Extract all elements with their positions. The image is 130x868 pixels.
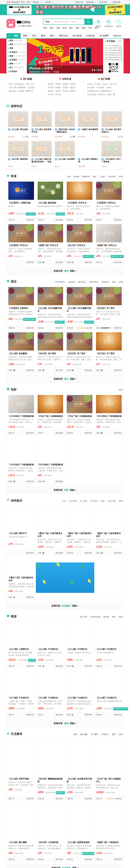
hot-link[interactable]: 之心城 [94, 83, 100, 85]
deal-card[interactable]: 演示图片【之心城】格林豪泰仅售184元！价值189元的格林豪泰酒店标间入住1晚，… [7, 331, 36, 373]
hot-link[interactable]: 长丰县 [48, 93, 54, 95]
deal-card[interactable]: 演示图片【万达广场】正鼎国际影城仅售30元！价值70元的电影票1张，可观看2D/… [36, 393, 65, 436]
hot-link[interactable]: 白水坝 [102, 83, 107, 85]
news-item[interactable]: [特惠] 演示助销灵宝SOD苹果 [104, 54, 122, 56]
tab-KTV[interactable]: KTV [61, 500, 68, 502]
hot-link[interactable]: 主题酒店 [27, 87, 35, 89]
hot-keyword[interactable]: 洗车 [88, 27, 92, 29]
site-logo[interactable]: cms —生活通o2o系统— [6, 19, 33, 28]
viewall-dianying[interactable]: 查看全部 电影 团购 > [6, 486, 124, 494]
hot-link[interactable]: 经济型酒店 [14, 83, 24, 85]
shop-card[interactable]: 演示图片店【之心城】妍米亚美甲沙龙粉丝 33 [30, 110, 54, 140]
hot-link[interactable]: 婚纱摄影 [18, 87, 26, 89]
hot-link[interactable]: 肥西县 [70, 90, 75, 92]
hot-link[interactable]: 庐阳区 [55, 83, 61, 85]
tab-温泉[interactable]: 温泉 [99, 500, 106, 502]
promo-banner-image[interactable] [36, 562, 94, 593]
hot-keyword[interactable]: 家政 [82, 27, 86, 29]
deal-card[interactable]: 【1912街区】中影国际影城仅售25元！最高价值80元的单人观影券，可观看2D/… [36, 436, 65, 484]
search-category-select[interactable]: 团购 ▾ [43, 19, 53, 25]
tab-搬家[interactable]: 搬家 [110, 733, 117, 736]
tab-主题酒店[interactable]: 主题酒店 [66, 281, 77, 283]
deal-card[interactable]: 【之心城】中外旅行社【合肥】黄山、西递、九龙瀑、桃花源漫古、屯溪老街、徽州博物馆… [7, 669, 36, 717]
news-more-link[interactable]: 更多> [119, 40, 122, 42]
news-item[interactable]: [特惠] 美的热水器新年心愿单 [104, 59, 122, 61]
hot-keyword[interactable]: 酒店 [69, 27, 73, 29]
deal-card[interactable]: 演示图片【1912街区】中影国际影城【不含电影票】仅售19.9元！价值36元的双… [7, 393, 36, 436]
hot-link[interactable]: 包河区 [70, 83, 75, 85]
tab-亲子摄影[interactable]: 亲子摄影 [90, 733, 100, 736]
shop-card[interactable]: 演示图片店【之心城】绿箭口香糖-遇见你的美，一见倾心粉丝 2 [30, 140, 54, 169]
sidebar-item-生活服务[interactable]: ◆生活服务家政 婚纱摄影› [6, 58, 27, 62]
deal-card[interactable]: 【之心城】中外旅行社【黄山】宏村+西递景区联票1张¥190门店价 ¥240微信购… [94, 669, 124, 717]
search-button[interactable] [85, 19, 92, 25]
deal-card[interactable]: 【之心城】中外旅行社原价200元，现仅售115元的安庆天柱山一日游¥115门店价… [36, 620, 65, 669]
tab-自助餐[interactable]: 自助餐 [72, 175, 81, 178]
hot-keyword[interactable]: 美食 [43, 27, 47, 29]
hot-link[interactable]: 家政 [9, 83, 13, 85]
nav-item-积分商城[interactable]: 积分商城 [70, 33, 84, 38]
all-categories-button[interactable]: ≡全部分类 [6, 33, 11, 38]
news-item[interactable]: [特惠] 新春开学必Buy平板开年 [104, 56, 122, 59]
city-label[interactable]: 合肥 [6, 1, 10, 3]
nav-item-分类信息[interactable]: 分类信息 [84, 33, 97, 38]
app-version-link[interactable]: APP版 ▾ [45, 1, 54, 3]
deal-card[interactable]: 演示图片【步行街】布丁酒店仅售67元！价值118元的入住1晚，多啦A梦主题房（圆… [94, 331, 124, 373]
deal-card[interactable]: 【摩尔广场】江南印象养生会所仅售169元，价值199元单人养生套餐，免费WiFi… [36, 504, 65, 556]
hot-link[interactable]: KTV [31, 83, 34, 85]
deal-card[interactable]: 【之心城】中外旅行社仅售278元！价值358元的合肥旅游集散中心提供的黄山精华二… [65, 669, 94, 717]
hot-link[interactable]: 瑶海区 [63, 83, 68, 85]
deal-card[interactable]: 【摩尔广场】江南印象养生会所仅售138元，价值198元单人木屋养生按摩套餐，免费… [94, 504, 124, 556]
deal-card[interactable]: 演示图片【步行街】布丁酒店仅售67元！价值118元的入住1晚，可爱主题房（圆床）… [65, 331, 94, 373]
utility-link[interactable]: 我是商家 ▾ [113, 1, 123, 3]
hot-link[interactable]: 蜀山区 [48, 83, 54, 85]
nav-item-快店[interactable]: 快店 [30, 33, 39, 38]
hot-link[interactable]: 豪华酒店 [9, 90, 17, 92]
deal-card[interactable]: 【摩尔广场】江南印象养生会所仅售269元，价值299元单人养生套餐，免费WiFi… [65, 504, 94, 556]
deal-card[interactable]: 演示图片【2店通用】庐州太太仅售15元！价值18元的西湖牛肉羹，提供免费WiFi… [7, 222, 36, 265]
deal-card[interactable]: 演示图片【2店通用】庐州太太仅售29.9，原价35元的鸿运扒鸡，提供免费wifi… [65, 180, 94, 222]
tab-国内游[interactable]: 国内游 [102, 616, 110, 618]
hot-keyword[interactable]: 电影 [75, 27, 79, 29]
deal-card[interactable]: 【之心城】中外旅行社九华山动车或高铁1日游，天天发班，池州站接送，含门票景交，祈… [36, 669, 65, 717]
hot-link[interactable]: 黄潜交口 [98, 93, 106, 95]
tab-漂流[interactable]: 漂流 [110, 616, 117, 618]
deal-card[interactable]: 演示图片【港澳广场】庐州太太仅售38元！最高价值45元的毛血旺，提供免费WiFi… [94, 222, 124, 265]
deal-card[interactable]: 【之心城】金色童年亲子摄影仅售199元！价值399元的亲子摄影套餐，精修12张，… [65, 738, 94, 801]
nav-item-社区o2o[interactable]: 社区o2o [111, 33, 124, 38]
viewall-xiuxian[interactable]: 查看全部 休闲娱乐 团购 > [6, 602, 124, 610]
shop-card[interactable]: 店【之心城】海底捞火锅粉丝 371 [76, 140, 100, 169]
hot-link[interactable]: 政务区 [55, 87, 61, 89]
deal-card[interactable]: 【港澳广场】大管家保洁仅售158元！价值258元的新居开荒保洁80平米以内1次。… [94, 801, 124, 862]
hot-link[interactable]: 大铺头 [106, 87, 111, 89]
tab-all[interactable]: 全部> [117, 733, 124, 736]
hot-link[interactable]: 景点门票 [9, 87, 17, 89]
tab-亲子游玩[interactable]: 亲子游玩 [89, 500, 99, 502]
tab-火锅[interactable]: 火锅 [65, 175, 72, 178]
tab-all[interactable]: 全部> [117, 175, 124, 178]
tab-足疗按摩[interactable]: 足疗按摩 [68, 500, 78, 502]
carousel-dot[interactable] [96, 69, 97, 71]
tab-开荒保洁[interactable]: 开荒保洁 [100, 733, 110, 736]
hot-link[interactable]: 滨湖区 [63, 87, 68, 89]
guarantee-item[interactable]: 免不满意免单 [103, 19, 113, 28]
hot-link[interactable]: 黄金广场 [107, 93, 115, 95]
hot-link[interactable]: 1912街区 [87, 87, 95, 89]
sidebar-item-电影[interactable]: ◆电影› [6, 46, 27, 50]
deal-card[interactable]: 演示图片【港澳广场】庐州太太仅售45元！最高价值80元的红烧肉，提供免费WiFi… [36, 222, 65, 265]
promo-strip[interactable]: cms生活通o2o系统 独创商业模式 专为吸引粉丝而生的微信营销型o2o系统 此… [0, 4, 130, 15]
hot-link[interactable]: 长江西路 [97, 87, 104, 89]
tab-洗浴/汗蒸[interactable]: 洗浴/汗蒸 [106, 500, 117, 502]
deal-card[interactable]: 【之心城】中外旅行社【合肥】日照海滨+青岛3日游¥490门店价 ¥590已售 1… [65, 620, 94, 669]
guarantee-item[interactable]: 退随时退 [93, 19, 103, 28]
tab-本地/周边游[interactable]: 本地/周边游 [89, 616, 102, 618]
hot-link[interactable]: 万达广场 [109, 83, 117, 85]
shop-card[interactable]: 演示图片店【步行街】塞纳河畔粉丝 4 [7, 140, 30, 169]
nav-item-团购[interactable]: 团购 [21, 33, 30, 38]
sidebar-item-汽车服务[interactable]: ◆汽车服务› [6, 70, 27, 73]
deal-card[interactable]: 演示图片【2店通用】庐州太太仅售18元！价值20元的青椒肉丝，提供免费WiFi。… [94, 180, 124, 222]
deal-card[interactable]: 演示图片【之心城】520主题豪华酒店仅售148元！价值398元的520 我爱你主… [65, 285, 94, 331]
hot-link[interactable]: 聚餐宴请 [26, 90, 33, 92]
deal-card[interactable]: 【之心城】绿萝家电清洗仅售68元！价值120元的空调深度清洗1台，提供免费WiF… [65, 801, 94, 862]
switch-city-link[interactable]: [切换城市] [11, 1, 20, 3]
